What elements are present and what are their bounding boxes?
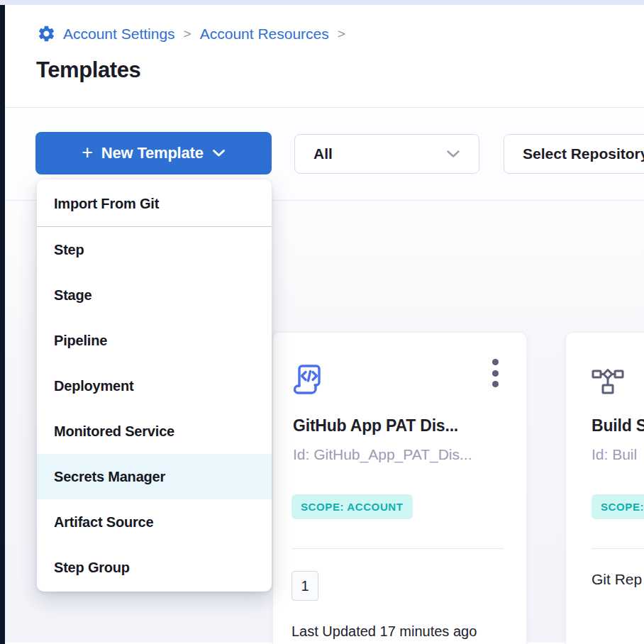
scope-badge: SCOPE: ACCOUNT [292, 494, 413, 519]
breadcrumb-account-resources[interactable]: Account Resources [200, 26, 329, 43]
template-card-title: Build S [592, 416, 644, 435]
collapsed-nav-rail [0, 5, 5, 644]
menu-item-step[interactable]: Step [37, 227, 272, 272]
card-divider [592, 548, 644, 549]
version-count-chip[interactable]: 1 [292, 571, 318, 601]
menu-item-import-from-git[interactable]: Import From Git [37, 181, 272, 226]
menu-item-pipeline[interactable]: Pipeline [37, 318, 272, 363]
chevron-down-icon [212, 149, 226, 157]
page-header: Account Settings > Account Resources > T… [5, 5, 644, 108]
template-card-github-app-pat[interactable]: GitHub App PAT Dis... Id: GitHub_App_PAT… [272, 332, 527, 644]
new-template-dropdown-menu: Import From Git Step Stage Pipeline Depl… [37, 179, 272, 592]
repo-filter-value: Select Repository [523, 145, 644, 162]
template-card-id: Id: GitHub_App_PAT_Dis... [293, 446, 472, 463]
breadcrumb: Account Settings > Account Resources > [37, 24, 347, 43]
stage-template-icon [592, 368, 624, 398]
card-divider [292, 548, 504, 549]
git-repo-label: Git Rep [592, 571, 642, 588]
new-template-label: New Template [101, 144, 204, 162]
menu-item-step-group[interactable]: Step Group [37, 545, 272, 590]
menu-item-stage[interactable]: Stage [37, 272, 272, 318]
breadcrumb-separator: > [182, 26, 193, 42]
repository-filter[interactable]: Select Repository [504, 134, 644, 174]
card-menu-kebab-icon[interactable] [492, 359, 499, 387]
menu-item-artifact-source[interactable]: Artifact Source [37, 499, 272, 545]
template-card-id: Id: Buil [592, 446, 637, 463]
plus-icon: + [82, 143, 93, 162]
top-accent-strip [0, 0, 644, 5]
settings-gear-icon [37, 24, 56, 43]
last-updated-text: Last Updated 17 minutes ago [292, 623, 477, 640]
breadcrumb-account-settings[interactable]: Account Settings [63, 26, 175, 43]
new-template-button[interactable]: + New Template [35, 132, 272, 174]
page-title: Templates [36, 57, 140, 83]
menu-item-monitored-service[interactable]: Monitored Service [37, 409, 272, 454]
type-filter-value: All [313, 145, 333, 162]
breadcrumb-separator: > [336, 26, 347, 42]
code-template-icon [292, 361, 327, 399]
template-card-build-stage[interactable]: Build S Id: Buil SCOPE: ACCOUNT Git Rep [565, 332, 644, 644]
template-type-filter[interactable]: All [294, 134, 479, 174]
scope-badge: SCOPE: ACCOUNT [592, 494, 644, 519]
chevron-down-icon [446, 150, 460, 158]
menu-item-secrets-manager[interactable]: Secrets Manager [37, 454, 272, 499]
menu-item-deployment[interactable]: Deployment [37, 363, 272, 409]
template-card-title: GitHub App PAT Dis... [293, 416, 458, 435]
